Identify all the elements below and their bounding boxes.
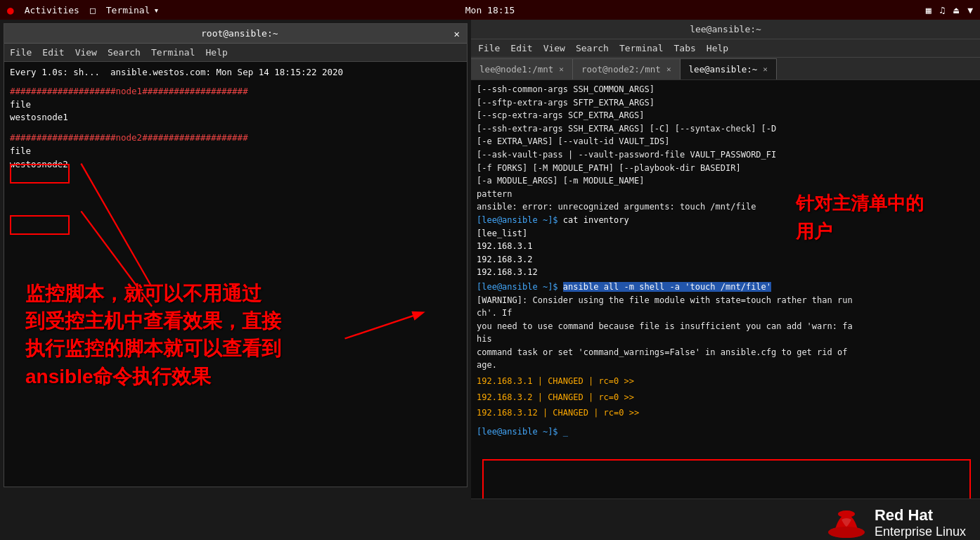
help-line-2: [--sftp-extra-args SFTP_EXTRA_ARGS] xyxy=(477,96,974,110)
changed-2: 192.168.3.2 | CHANGED | rc=0 >> xyxy=(477,391,974,404)
system-time: Mon 18:15 xyxy=(465,5,515,15)
right-terminal-content: [--ssh-common-args SSH_COMMON_ARGS] [--s… xyxy=(471,80,980,499)
svg-point-4 xyxy=(838,510,855,518)
system-bar-right: ▦ ♫ ⏏ ▼ xyxy=(926,5,973,15)
node2-annotation-box xyxy=(10,215,70,235)
ansible-cmd-line: [lee@ansible ~]$ ansible all -m shell -a… xyxy=(477,281,974,294)
main-area: root@ansible:~ ✕ File Edit View Search T… xyxy=(0,20,980,540)
menu-view[interactable]: View xyxy=(75,47,97,58)
right-terminal-menubar: File Edit View Search Terminal Tabs Help xyxy=(471,39,980,58)
node2-header: ####################node2###############… xyxy=(10,131,461,145)
changed-3: 192.168.3.12 | CHANGED | rc=0 >> xyxy=(477,406,974,420)
warning-line-3: you need to use command because file is … xyxy=(477,320,974,333)
right-menu-file[interactable]: File xyxy=(478,43,500,53)
left-terminal-content: Every 1.0s: sh... ansible.westos.com: Mo… xyxy=(4,62,467,487)
inventory-annotation-box xyxy=(482,459,971,499)
big-annotation-text: 监控脚本，就可以不用通过 到受控主机中查看效果，直接 执行监控的脚本就可以查看到… xyxy=(25,280,281,390)
help-line-6: [--ask-vault-pass | --vault-password-fil… xyxy=(477,148,974,162)
help-line-5: [-e EXTRA_VARS] [--vault-id VAULT_IDS] xyxy=(477,135,974,148)
menu-terminal[interactable]: Terminal xyxy=(151,47,195,58)
warning-line-1: [WARNING]: Consider using the file modul… xyxy=(477,294,974,307)
left-terminal-menubar: File Edit View Search Terminal Help xyxy=(4,44,467,62)
tab-node1-close[interactable]: ✕ xyxy=(559,65,564,74)
menu-file[interactable]: File xyxy=(10,47,32,58)
svg-point-5 xyxy=(828,527,865,538)
right-terminal-window: lee@ansible:~ File Edit View Search Term… xyxy=(471,20,980,540)
redhat-logo: Red Hat Enterprise Linux xyxy=(827,506,966,541)
right-menu-tabs[interactable]: Tabs xyxy=(674,43,696,53)
network-icon: ▦ xyxy=(926,5,931,15)
right-menu-edit[interactable]: Edit xyxy=(510,43,532,53)
right-terminal-title: lee@ansible:~ xyxy=(690,24,761,34)
node1-header: ####################node1###############… xyxy=(10,85,461,98)
redhat-hat-icon xyxy=(827,506,866,541)
rhel-icon: ● xyxy=(7,4,14,17)
left-terminal-titlebar: root@ansible:~ ✕ xyxy=(4,24,467,44)
left-terminal-title: root@ansible:~ xyxy=(25,28,454,39)
node2-label: file xyxy=(10,145,461,158)
tab-ansible[interactable]: lee@ansible:~ ✕ xyxy=(681,58,777,79)
tab-node2-close[interactable]: ✕ xyxy=(666,65,671,74)
help-line-3: [--scp-extra-args SCP_EXTRA_ARGS] xyxy=(477,109,974,122)
menu-edit[interactable]: Edit xyxy=(42,47,64,58)
menu-help[interactable]: Help xyxy=(206,47,228,58)
right-menu-view[interactable]: View xyxy=(543,43,565,53)
final-prompt: [lee@ansible ~]$ _ xyxy=(477,425,974,439)
right-terminal-tabs: lee@node1:/mnt ✕ root@node2:/mnt ✕ lee@a… xyxy=(471,58,980,80)
svg-line-2 xyxy=(345,313,423,339)
right-menu-terminal[interactable]: Terminal xyxy=(619,43,664,53)
left-terminal-close[interactable]: ✕ xyxy=(454,28,460,39)
node1-label: file xyxy=(10,98,461,112)
tab-ansible-close[interactable]: ✕ xyxy=(763,65,768,74)
right-menu-help[interactable]: Help xyxy=(707,43,728,53)
power-icon: ⏏ xyxy=(953,5,959,15)
activities-button[interactable]: Activities xyxy=(25,5,79,15)
right-terminal-titlebar: lee@ansible:~ xyxy=(471,20,980,39)
terminal-button[interactable]: Terminal ▾ xyxy=(106,5,159,15)
warning-line-4: his xyxy=(477,333,974,346)
changed-1: 192.168.3.1 | CHANGED | rc=0 >> xyxy=(477,375,974,388)
inventory-ip-3: 192.168.3.12 xyxy=(477,266,974,279)
left-terminal-window: root@ansible:~ ✕ File Edit View Search T… xyxy=(4,23,468,487)
help-line-7: [-f FORKS] [-M MODULE_PATH] [--playbook-… xyxy=(477,162,974,175)
help-line-4: [--ssh-extra-args SSH_EXTRA_ARGS] [-C] [… xyxy=(477,122,974,136)
help-line-1: [--ssh-common-args SSH_COMMON_ARGS] xyxy=(477,83,974,96)
node1-value: westosnode1 xyxy=(10,111,461,124)
svg-line-0 xyxy=(81,164,152,288)
warning-line-6: age. xyxy=(477,359,974,372)
warning-line-2: ch'. If xyxy=(477,307,974,320)
node1-annotation-box xyxy=(10,164,70,184)
watch-line: Every 1.0s: sh... ansible.westos.com: Mo… xyxy=(10,66,461,79)
system-bar-left: ● Activities □ Terminal ▾ xyxy=(7,4,159,17)
menu-arrow-icon: ▼ xyxy=(967,5,973,15)
right-annotation-text: 针对主清单中的用户 xyxy=(796,189,924,246)
terminal-app-icon: □ xyxy=(90,5,96,15)
sound-icon: ♫ xyxy=(940,5,946,15)
inventory-ip-2: 192.168.3.2 xyxy=(477,253,974,266)
tab-node1-label: lee@node1:/mnt xyxy=(479,64,553,75)
tab-ansible-label: lee@ansible:~ xyxy=(689,64,758,75)
tab-node2[interactable]: root@node2:/mnt ✕ xyxy=(573,58,681,79)
right-menu-search[interactable]: Search xyxy=(576,43,609,53)
tab-node2-label: root@node2:/mnt xyxy=(581,64,661,75)
redhat-brand-text: Red Hat Enterprise Linux xyxy=(875,506,966,539)
system-bar: ● Activities □ Terminal ▾ Mon 18:15 ▦ ♫ … xyxy=(0,0,980,20)
tab-node1[interactable]: lee@node1:/mnt ✕ xyxy=(471,58,573,79)
menu-search[interactable]: Search xyxy=(108,47,141,58)
warning-line-5: command task or set 'command_warnings=Fa… xyxy=(477,346,974,359)
node2-value: westosnode2 xyxy=(10,158,461,172)
help-line-8: [-a MODULE_ARGS] [-m MODULE_NAME] xyxy=(477,174,974,188)
